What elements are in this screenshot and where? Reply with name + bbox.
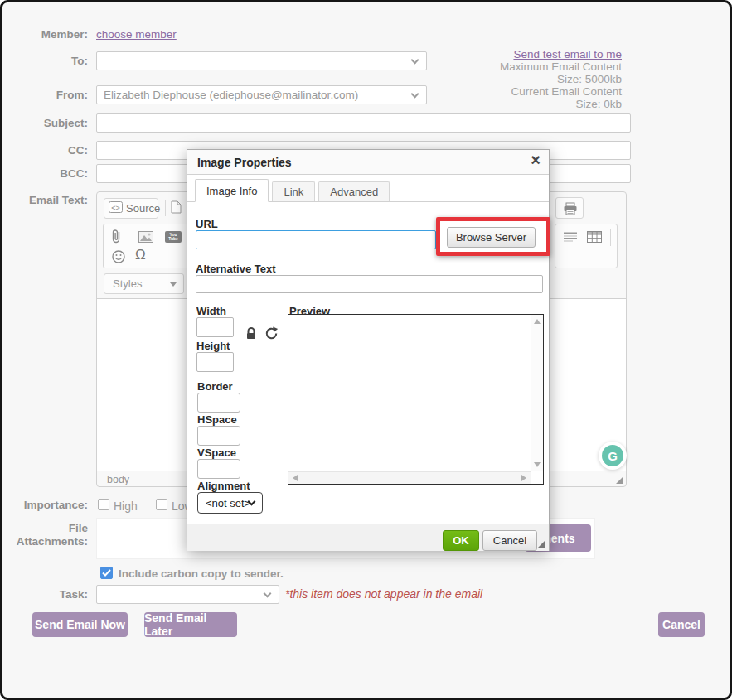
vspace-label: VSpace (197, 447, 236, 459)
importance-high-label: High (114, 500, 138, 513)
send-email-later-button[interactable]: Send Email Later (144, 612, 237, 637)
max-content-line1: Maximum Email Content (423, 60, 622, 73)
max-content-line2: Size: 5000kb (423, 73, 622, 85)
chevron-down-icon (411, 56, 419, 65)
smiley-icon[interactable] (112, 250, 125, 263)
subject-label: Subject: (2, 117, 88, 129)
chevron-down-icon (411, 90, 419, 99)
from-selected-value: Elizabeth Diephouse (ediephouse@mailinat… (104, 89, 358, 101)
send-email-now-button[interactable]: Send Email Now (32, 612, 128, 637)
source-button[interactable]: <> Source (104, 198, 158, 219)
grammarly-icon: G (602, 445, 623, 466)
tab-image-info[interactable]: Image Info (195, 179, 269, 202)
border-label: Border (197, 380, 233, 393)
member-label: Member: (2, 28, 88, 41)
cc-label: CC: (2, 144, 88, 157)
importance-low-checkbox[interactable] (156, 499, 167, 510)
tab-link[interactable]: Link (272, 181, 315, 201)
border-input[interactable] (197, 393, 240, 413)
svg-text:<>: <> (111, 203, 120, 211)
height-input[interactable] (196, 352, 234, 372)
dialog-tabs: Image Info Link Advanced (187, 175, 549, 202)
scroll-down-icon (534, 462, 541, 467)
tab-advanced[interactable]: Advanced (318, 181, 390, 201)
file-attachments-label-line1: File (2, 522, 88, 535)
file-attachments-label-line2: Attachments: (2, 535, 88, 548)
hspace-input[interactable] (197, 426, 240, 446)
send-test-email-link[interactable]: Send test email to me (513, 48, 622, 60)
attach-icon[interactable] (112, 229, 120, 244)
scroll-up-icon (534, 319, 541, 324)
editor-resize-handle[interactable] (616, 476, 623, 484)
width-label: Width (196, 305, 226, 317)
alt-text-input[interactable] (196, 275, 543, 293)
dialog-footer: OK Cancel (187, 524, 549, 551)
preview-horizontal-scrollbar[interactable] (288, 471, 531, 484)
browse-server-button[interactable]: Browse Server (447, 227, 536, 248)
styles-dropdown[interactable]: Styles (104, 273, 184, 294)
file-attachments-label: File Attachments: (2, 522, 88, 548)
bcc-label: BCC: (2, 167, 88, 180)
hspace-label: HSpace (197, 413, 237, 426)
close-icon[interactable]: × (531, 151, 541, 170)
chevron-down-icon (170, 282, 177, 287)
dialog-title: Image Properties (197, 150, 292, 175)
height-label: Height (196, 340, 230, 352)
print-button[interactable] (555, 197, 584, 219)
task-label: Task: (2, 588, 88, 601)
email-compose-page: Member: choose member Send test email to… (0, 0, 732, 700)
email-text-label: Email Text: (2, 194, 88, 206)
chevron-down-icon (264, 590, 272, 598)
element-path: body (107, 474, 129, 485)
preview-pane (288, 314, 544, 485)
to-select[interactable] (96, 51, 427, 70)
task-note: *this item does not appear in the email (285, 587, 482, 601)
alignment-select[interactable]: <not set> (197, 492, 263, 514)
from-select[interactable]: Elizabeth Diephouse (ediephouse@mailinat… (96, 85, 427, 104)
toolbar-separator (610, 229, 611, 246)
reset-size-icon[interactable] (264, 326, 279, 344)
width-input[interactable] (196, 317, 234, 337)
dialog-header: Image Properties × (187, 150, 549, 175)
preview-vertical-scrollbar[interactable] (531, 315, 543, 471)
image-properties-dialog: Image Properties × Image Info Link Advan… (187, 149, 550, 551)
source-icon: <> (109, 201, 123, 216)
scroll-right-icon (521, 475, 526, 481)
grammarly-badge[interactable]: G (599, 442, 627, 470)
importance-label: Importance: (2, 499, 88, 511)
vspace-input[interactable] (197, 459, 240, 479)
table-icon[interactable] (587, 231, 602, 243)
url-input[interactable] (196, 230, 436, 249)
carbon-copy-label: Include carbon copy to sender. (119, 567, 284, 580)
styles-dropdown-label: Styles (113, 278, 142, 290)
subject-input[interactable] (96, 113, 631, 133)
lock-ratio-icon[interactable] (245, 326, 257, 344)
check-icon (102, 569, 111, 577)
cur-content-line2: Size: 0kb (423, 98, 622, 110)
carbon-copy-checkbox[interactable] (100, 567, 113, 579)
source-button-label: Source (126, 202, 160, 215)
dialog-resize-handle[interactable] (538, 540, 545, 548)
scroll-left-icon (293, 475, 298, 481)
dialog-cancel-button[interactable]: Cancel (482, 530, 537, 551)
toolbar-insert-group (555, 224, 618, 268)
url-label: URL (196, 218, 218, 230)
ok-button[interactable]: OK (443, 530, 479, 551)
alignment-selected-value: <not set> (206, 497, 250, 509)
choose-member-link[interactable]: choose member (96, 28, 177, 41)
new-page-icon[interactable] (171, 200, 182, 214)
importance-high-checkbox[interactable] (98, 499, 109, 510)
youtube-icon[interactable]: You Tube (165, 231, 182, 243)
from-label: From: (2, 89, 88, 101)
youtube-icon-text2: Tube (168, 237, 178, 241)
image-icon[interactable] (138, 231, 153, 243)
omega-icon[interactable]: Ω (135, 247, 146, 263)
print-icon (563, 202, 578, 215)
cancel-button[interactable]: Cancel (658, 612, 705, 637)
cur-content-line1: Current Email Content (423, 85, 622, 98)
alt-text-label: Alternative Text (196, 263, 276, 275)
horizontal-rule-icon[interactable] (564, 232, 577, 242)
task-select[interactable] (96, 585, 279, 604)
toolbar-separator (165, 200, 166, 216)
alignment-label: Alignment (197, 480, 250, 492)
